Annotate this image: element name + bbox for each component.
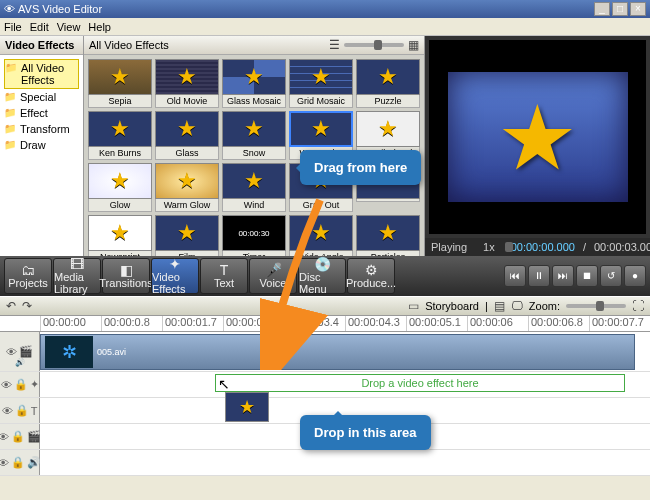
- toolbar-video-effects[interactable]: ✦Video Effects: [151, 258, 199, 294]
- audio-track-icon: 🔊: [27, 456, 41, 469]
- toolbar-transitions[interactable]: ◧Transitions: [102, 258, 150, 294]
- main-toolbar: 🗂Projects🎞Media Library◧Transitions✦Vide…: [0, 256, 650, 296]
- tree-item-effect[interactable]: Effect: [4, 105, 79, 121]
- menu-file[interactable]: File: [4, 21, 22, 33]
- effect-ken-burns[interactable]: ★Ken Burns: [88, 111, 152, 160]
- tree-item-draw[interactable]: Draw: [4, 137, 79, 153]
- playback-button-5[interactable]: ●: [624, 265, 646, 287]
- menubar: File Edit View Help: [0, 18, 650, 36]
- effect-snow[interactable]: ★Snow: [222, 111, 286, 160]
- effect-old-movie[interactable]: ★Old Movie: [155, 59, 219, 108]
- callout-drop: Drop in this area: [300, 415, 431, 450]
- effects-tree: All Video Effects Special Effect Transfo…: [0, 55, 83, 256]
- timeline-toolbar: ↶ ↷ ▭ Storyboard | ▤ 🖵 Zoom: ⛶: [0, 296, 650, 316]
- tl-monitor-icon[interactable]: 🖵: [511, 299, 523, 313]
- overlay-track-icon: 🎬: [27, 430, 41, 443]
- preview-status: Playing: [431, 241, 467, 253]
- effect-glow[interactable]: ★Glow: [88, 163, 152, 212]
- view-list-icon[interactable]: ☰: [329, 38, 340, 52]
- toolbar-disc-menu[interactable]: 💿Disc Menu: [298, 258, 346, 294]
- effect-puzzle[interactable]: ★Puzzle: [356, 59, 420, 108]
- storyboard-label[interactable]: Storyboard: [425, 300, 479, 312]
- tree-item-special[interactable]: Special: [4, 89, 79, 105]
- effect-sepia[interactable]: ★Sepia: [88, 59, 152, 108]
- tl-view-icon[interactable]: ▤: [494, 299, 505, 313]
- drag-ghost: ★: [225, 392, 269, 422]
- sidebar-header: Video Effects: [0, 36, 83, 55]
- view-grid-icon[interactable]: ▦: [408, 38, 419, 52]
- drop-hint: Drop a video effect here: [361, 377, 478, 389]
- effect-glass[interactable]: ★Glass: [155, 111, 219, 160]
- effect-glass-mosaic[interactable]: ★Glass Mosaic: [222, 59, 286, 108]
- effects-header: All Video Effects ☰ ▦: [84, 36, 424, 55]
- toolbar-media-library[interactable]: 🎞Media Library: [53, 258, 101, 294]
- effect-warm-glow[interactable]: ★Warm Glow: [155, 163, 219, 212]
- effect-particles[interactable]: ★Particles: [356, 215, 420, 256]
- left-sidebar: Video Effects All Video Effects Special …: [0, 36, 84, 256]
- redo-button[interactable]: ↷: [22, 299, 32, 313]
- zoom-slider[interactable]: [566, 304, 626, 308]
- playback-button-4[interactable]: ↺: [600, 265, 622, 287]
- effect-wind[interactable]: ★Wind: [222, 163, 286, 212]
- timeline-ruler[interactable]: 00:00:0000:00:0.800:00:01.700:00:02.500:…: [0, 316, 650, 332]
- preview-position: 00:00:00.000: [511, 241, 575, 253]
- menu-view[interactable]: View: [57, 21, 81, 33]
- audio-sub-icon: 🔊: [15, 358, 25, 367]
- close-button[interactable]: ×: [630, 2, 646, 16]
- audio-track[interactable]: 👁🔒🔊: [0, 450, 650, 476]
- toolbar-projects[interactable]: 🗂Projects: [4, 258, 52, 294]
- preview-status-bar: Playing 1x 00:00:00.000 / 00:00:03.000: [425, 238, 650, 256]
- titlebar: 👁 AVS Video Editor _ □ ×: [0, 0, 650, 18]
- video-track-icon: 🎬: [19, 345, 33, 358]
- undo-button[interactable]: ↶: [6, 299, 16, 313]
- toolbar-voice[interactable]: 🎤Voice: [249, 258, 297, 294]
- menu-help[interactable]: Help: [88, 21, 111, 33]
- preview-duration: 00:00:03.000: [594, 241, 650, 253]
- playback-button-3[interactable]: ⏹: [576, 265, 598, 287]
- storyboard-icon[interactable]: ▭: [408, 299, 419, 313]
- zoom-fit-icon[interactable]: ⛶: [632, 299, 644, 313]
- toolbar-produce-[interactable]: ⚙Produce...: [347, 258, 395, 294]
- playback-button-2[interactable]: ⏭: [552, 265, 574, 287]
- preview-panel: ★ Playing 1x 00:00:00.000 / 00:00:03.000: [425, 36, 650, 256]
- playback-button-1[interactable]: ⏸: [528, 265, 550, 287]
- clip-thumbnail: ✲: [45, 336, 93, 368]
- callout-drag: Drag from here: [300, 150, 421, 185]
- effect-grid-mosaic[interactable]: ★Grid Mosaic: [289, 59, 353, 108]
- menu-edit[interactable]: Edit: [30, 21, 49, 33]
- cursor-icon: ↖: [218, 376, 230, 392]
- preview-speed: 1x: [483, 241, 495, 253]
- effect-wide-angle[interactable]: ★Wide Angle: [289, 215, 353, 256]
- thumb-size-slider[interactable]: [344, 43, 404, 47]
- preview-star-icon: ★: [497, 85, 578, 190]
- video-track[interactable]: 👁🎬🔊 ✲ 005.avi: [0, 332, 650, 372]
- toolbar-text[interactable]: TText: [200, 258, 248, 294]
- effect-timer[interactable]: 00:00:30Timer: [222, 215, 286, 256]
- preview-viewport: ★: [429, 40, 646, 234]
- effect-drop-zone[interactable]: Drop a video effect here: [215, 374, 625, 392]
- minimize-button[interactable]: _: [594, 2, 610, 16]
- timeline-tracks: 👁🎬🔊 ✲ 005.avi 👁🔒✦ Drop a video effect he…: [0, 332, 650, 476]
- playback-button-0[interactable]: ⏮: [504, 265, 526, 287]
- clip-name: 005.avi: [97, 347, 126, 357]
- effect-track[interactable]: 👁🔒✦ Drop a video effect here: [0, 372, 650, 398]
- effect-track-icon: ✦: [30, 378, 39, 391]
- maximize-button[interactable]: □: [612, 2, 628, 16]
- tree-item-transform[interactable]: Transform: [4, 121, 79, 137]
- effect-film[interactable]: ★Film: [155, 215, 219, 256]
- effects-panel: All Video Effects ☰ ▦ ★Sepia★Old Movie★G…: [84, 36, 425, 256]
- effects-header-label: All Video Effects: [89, 39, 169, 51]
- video-clip[interactable]: ✲ 005.avi: [40, 334, 635, 370]
- tree-item-all[interactable]: All Video Effects: [4, 59, 79, 89]
- effect-newsprint[interactable]: ★Newsprint: [88, 215, 152, 256]
- zoom-label: Zoom:: [529, 300, 560, 312]
- window-title: AVS Video Editor: [18, 3, 102, 15]
- text-track-icon: T: [31, 405, 38, 417]
